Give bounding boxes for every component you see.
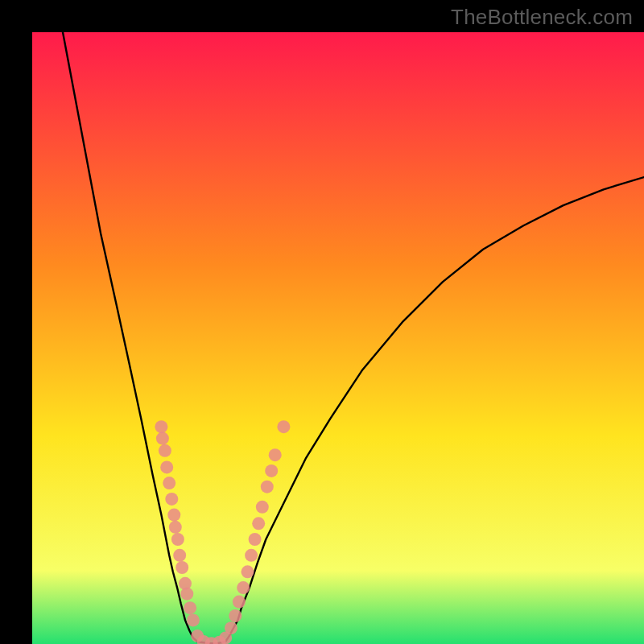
sample-dot	[175, 561, 188, 574]
sample-dot	[169, 521, 182, 534]
sample-dot	[173, 549, 186, 562]
sample-dot	[156, 432, 169, 445]
sample-dot	[269, 448, 282, 461]
chart-frame: TheBottleneck.com	[0, 0, 644, 644]
sample-dot	[187, 613, 200, 626]
sample-dot	[225, 621, 237, 634]
sample-dot	[233, 596, 246, 609]
bottleneck-chart	[32, 32, 644, 644]
sample-dot	[171, 533, 184, 546]
sample-dot	[167, 509, 180, 522]
sample-dot	[165, 493, 178, 506]
sample-dot	[265, 464, 278, 477]
sample-dot	[180, 588, 193, 601]
watermark-text: TheBottleneck.com	[451, 5, 633, 30]
sample-dot	[159, 444, 171, 457]
sample-dot	[256, 501, 269, 514]
sample-dot	[184, 601, 196, 614]
sample-dot	[229, 609, 242, 622]
sample-dot	[245, 549, 258, 562]
sample-dot	[160, 460, 173, 473]
sample-dot	[252, 517, 265, 530]
sample-dot	[155, 420, 167, 433]
plot-area	[32, 32, 644, 644]
sample-dot	[249, 533, 262, 546]
sample-dot	[261, 481, 274, 493]
sample-dot	[163, 477, 175, 489]
sample-dot	[242, 565, 254, 578]
sample-dot	[277, 420, 290, 433]
sample-dot	[237, 581, 250, 594]
